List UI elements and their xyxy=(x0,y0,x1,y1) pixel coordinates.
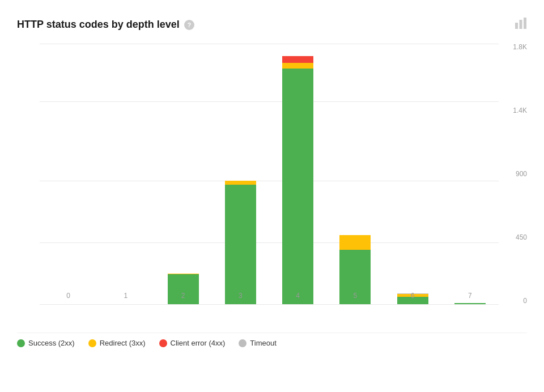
legend-item-client_error: Client error (4xx) xyxy=(159,339,226,347)
legend-label-client_error: Client error (4xx) xyxy=(171,339,226,347)
help-icon[interactable]: ? xyxy=(184,20,194,30)
x-label-2: 2 xyxy=(155,287,212,304)
chart-inner: 01234567 xyxy=(40,44,499,304)
legend-label-success: Success (2xx) xyxy=(28,339,75,347)
bar-group-0 xyxy=(40,44,97,304)
bar-segment-success-4 xyxy=(282,69,313,304)
y-label-1400: 1.4K xyxy=(513,107,527,114)
y-label-900: 900 xyxy=(516,171,527,177)
x-label-1: 1 xyxy=(97,287,154,304)
x-label-7: 7 xyxy=(441,287,499,304)
bar-stack-3 xyxy=(225,181,256,304)
chart-header: HTTP status codes by depth level ? xyxy=(17,17,527,32)
legend-dot-client_error xyxy=(159,339,167,347)
y-label-1800: 1.8K xyxy=(513,44,527,50)
y-label-0: 0 xyxy=(523,297,527,304)
bar-group-3 xyxy=(212,44,269,304)
bar-segment-client_error-4 xyxy=(282,56,313,63)
y-label-450: 450 xyxy=(516,234,527,241)
x-axis: 01234567 xyxy=(40,287,499,304)
bar-group-6 xyxy=(384,44,441,304)
legend-label-timeout: Timeout xyxy=(250,339,276,347)
chart-area: 1.8K 1.4K 900 450 0 01234567 xyxy=(17,44,527,321)
svg-rect-1 xyxy=(520,20,522,29)
bars-area xyxy=(40,44,499,304)
chart-container: HTTP status codes by depth level ? 1.8K … xyxy=(0,0,544,392)
legend-dot-success xyxy=(17,339,25,347)
bar-group-5 xyxy=(326,44,384,304)
legend-item-redirect: Redirect (3xx) xyxy=(88,339,146,347)
bar-segment-redirect-4 xyxy=(282,63,313,69)
legend-dot-redirect xyxy=(88,339,96,347)
grid-line-bottom xyxy=(40,304,499,305)
chart-title: HTTP status codes by depth level xyxy=(17,19,180,31)
bar-group-7 xyxy=(441,44,499,304)
bar-group-2 xyxy=(155,44,212,304)
bar-stack-4 xyxy=(282,56,313,304)
x-label-0: 0 xyxy=(40,287,97,304)
chart-view-icon[interactable] xyxy=(515,17,527,32)
bar-segment-redirect-3 xyxy=(225,181,256,185)
bar-group-4 xyxy=(269,44,326,304)
x-label-5: 5 xyxy=(326,287,384,304)
bar-segment-success-3 xyxy=(225,185,256,304)
legend-item-timeout: Timeout xyxy=(239,339,276,347)
bar-segment-redirect-5 xyxy=(339,235,371,250)
x-label-6: 6 xyxy=(384,287,441,304)
svg-rect-2 xyxy=(524,18,526,29)
legend-dot-timeout xyxy=(239,339,246,347)
x-label-4: 4 xyxy=(269,287,326,304)
legend-label-redirect: Redirect (3xx) xyxy=(100,339,146,347)
y-axis: 1.8K 1.4K 900 450 0 xyxy=(502,44,527,304)
x-label-3: 3 xyxy=(212,287,269,304)
legend-item-success: Success (2xx) xyxy=(17,339,75,347)
legend: Success (2xx)Redirect (3xx)Client error … xyxy=(17,333,527,347)
svg-rect-0 xyxy=(515,23,518,29)
chart-title-area: HTTP status codes by depth level ? xyxy=(17,19,194,31)
bar-group-1 xyxy=(97,44,154,304)
